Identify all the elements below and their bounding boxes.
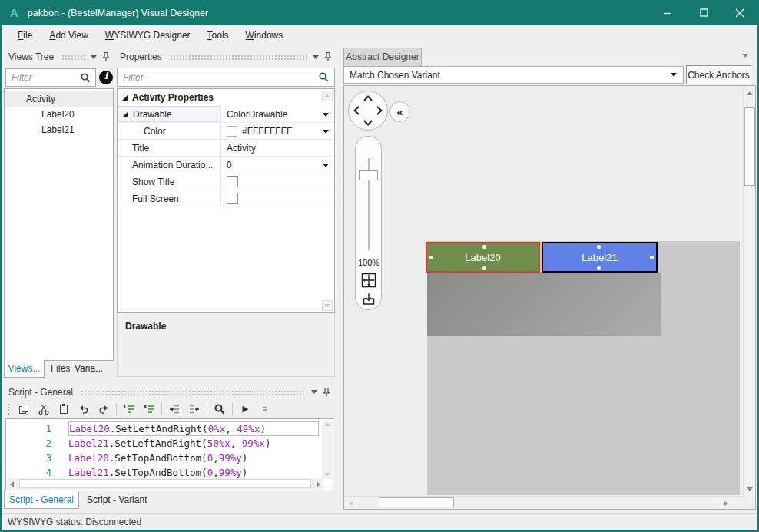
- tab-abstract-designer[interactable]: Abstract Designer: [343, 48, 422, 66]
- property-row-animation-duration[interactable]: Animation Duratio... 0: [118, 157, 334, 173]
- app-logo-icon: A: [10, 6, 18, 19]
- property-value[interactable]: ColorDrawable: [227, 109, 287, 120]
- editor-vscrollbar[interactable]: [322, 420, 332, 479]
- tab-script-variant[interactable]: Script - Variant: [87, 494, 147, 505]
- cut-icon: [38, 403, 50, 415]
- full-screen-checkbox[interactable]: [227, 193, 238, 204]
- fit-to-screen-button[interactable]: [360, 272, 377, 289]
- arrow-up-icon: [324, 94, 330, 97]
- pin-icon[interactable]: [322, 387, 331, 398]
- drag-texture[interactable]: [170, 55, 307, 61]
- toolbar-grip[interactable]: [7, 403, 11, 415]
- maximize-button[interactable]: [686, 0, 721, 25]
- code-line[interactable]: 3 Label20.SetTopAndBottom(0,99%y): [6, 451, 321, 465]
- redo-icon: [98, 403, 110, 415]
- tab-script-general[interactable]: Script - General: [4, 491, 79, 509]
- pan-control[interactable]: [348, 91, 388, 131]
- anchor-dot: [482, 245, 486, 249]
- show-title-checkbox[interactable]: [227, 176, 238, 187]
- run-script-button[interactable]: [235, 401, 255, 418]
- decrease-indent-button[interactable]: [164, 401, 184, 418]
- designer-canvas[interactable]: Label20 Label21 « 100%: [343, 85, 756, 510]
- menu-file[interactable]: File: [9, 27, 41, 44]
- property-row-full-screen[interactable]: Full Screen: [118, 190, 334, 207]
- pan-down-icon: [363, 120, 373, 126]
- drag-texture[interactable]: [61, 55, 85, 61]
- scroll-down-button[interactable]: [322, 300, 333, 311]
- scrollbar-thumb[interactable]: [379, 497, 454, 507]
- tab-variants[interactable]: Varia...: [75, 363, 103, 374]
- code-line[interactable]: 2 Label21.SetLeftAndRight(50%x, 99%x): [6, 436, 321, 451]
- color-swatch[interactable]: [227, 126, 237, 137]
- pin-icon[interactable]: [323, 51, 333, 62]
- arrow-up-icon: [747, 91, 753, 95]
- dropdown-icon[interactable]: [323, 113, 329, 117]
- menu-add-view[interactable]: Add View: [41, 27, 97, 44]
- window-title: pakbon - (BestelManager) Visual Designer: [28, 8, 208, 18]
- panel-menu-icon[interactable]: [313, 55, 319, 59]
- minimize-button[interactable]: [650, 0, 685, 25]
- scroll-up-button[interactable]: [322, 91, 333, 101]
- pin-icon[interactable]: [101, 51, 111, 62]
- load-layout-button[interactable]: [360, 291, 377, 308]
- uncomment-button[interactable]: [139, 401, 159, 418]
- tree-item-label20[interactable]: Label20: [5, 107, 113, 122]
- zoom-slider-thumb[interactable]: [359, 170, 378, 180]
- property-value[interactable]: #FFFFFFFF: [242, 126, 292, 137]
- script-editor[interactable]: 1 Label20.SetLeftAndRight(0%x, 49%x) 2 L…: [5, 418, 333, 491]
- property-row-drawable[interactable]: Drawable ColorDrawable: [118, 106, 334, 123]
- search-icon[interactable]: [80, 72, 91, 84]
- property-value[interactable]: 0: [227, 160, 232, 170]
- redo-button[interactable]: [94, 401, 114, 418]
- property-value[interactable]: Activity: [227, 143, 256, 154]
- toolbar-separator: [116, 403, 117, 415]
- panel-menu-icon[interactable]: [742, 54, 748, 58]
- variant-screen-area[interactable]: [427, 273, 661, 336]
- menu-windows[interactable]: Windows: [237, 27, 292, 44]
- fit-icon: [361, 273, 376, 288]
- copy-button[interactable]: [14, 401, 34, 418]
- menu-wysiwyg-designer[interactable]: WYSIWYG Designer: [97, 27, 199, 44]
- collapse-tools-button[interactable]: «: [389, 101, 410, 122]
- tree-item-activity[interactable]: Activity: [5, 91, 113, 107]
- check-anchors-button[interactable]: Check Anchors: [686, 65, 751, 84]
- panel-menu-icon[interactable]: [311, 390, 317, 394]
- panel-menu-icon[interactable]: [91, 55, 97, 59]
- views-tree: Activity Label20 Label21: [4, 88, 114, 361]
- toolbar-separator: [232, 403, 233, 415]
- tab-files[interactable]: Files: [51, 363, 70, 374]
- properties-filter-input[interactable]: [118, 72, 318, 83]
- menu-tools[interactable]: Tools: [199, 27, 237, 44]
- comment-button[interactable]: [119, 401, 139, 418]
- paste-button[interactable]: [54, 401, 74, 418]
- editor-hscrollbar[interactable]: [7, 478, 323, 490]
- property-row-show-title[interactable]: Show Title: [118, 173, 334, 190]
- property-row-title[interactable]: Title Activity: [118, 140, 334, 157]
- dropdown-icon[interactable]: [323, 164, 329, 167]
- tree-item-label21[interactable]: Label21: [5, 122, 113, 137]
- increase-indent-button[interactable]: [184, 401, 204, 418]
- cut-button[interactable]: [34, 401, 54, 418]
- property-group-title: Activity Properties: [132, 92, 214, 103]
- search-icon[interactable]: [318, 71, 330, 83]
- scrollbar-thumb[interactable]: [744, 107, 755, 186]
- undo-button[interactable]: [74, 401, 94, 418]
- drag-texture[interactable]: [81, 390, 305, 396]
- close-button[interactable]: [722, 0, 757, 25]
- expander-icon[interactable]: [123, 111, 128, 117]
- info-icon[interactable]: i: [99, 71, 113, 84]
- dropdown-icon[interactable]: [323, 130, 329, 134]
- scrollbar-thumb[interactable]: [19, 479, 311, 488]
- expander-icon[interactable]: [122, 95, 128, 101]
- variant-combobox[interactable]: Match Chosen Variant: [343, 66, 684, 84]
- toolbar-overflow-button[interactable]: [255, 401, 275, 418]
- views-filter-input[interactable]: [6, 72, 80, 83]
- property-row-color[interactable]: Color #FFFFFFFF: [118, 123, 334, 140]
- tab-views[interactable]: Views...: [4, 360, 45, 378]
- code-line[interactable]: 1 Label20.SetLeftAndRight(0%x, 49%x): [6, 421, 321, 436]
- canvas-vscrollbar[interactable]: [743, 87, 756, 496]
- search-button[interactable]: [210, 401, 230, 418]
- canvas-hscrollbar[interactable]: [345, 496, 743, 509]
- properties-title: Properties: [120, 51, 162, 62]
- property-group-row[interactable]: Activity Properties: [118, 89, 334, 106]
